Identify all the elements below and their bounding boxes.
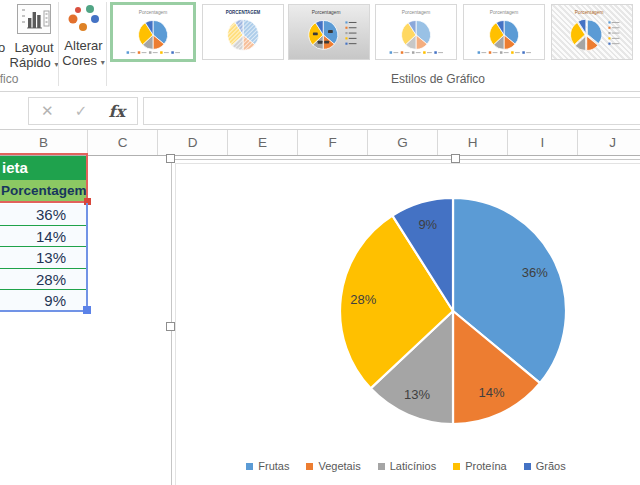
column-header-row: BCDEFGHIJ (0, 130, 640, 156)
chart-style-5[interactable]: Porcentagem (463, 4, 545, 60)
thumb-title: Porcentagem (490, 10, 519, 15)
formula-bar: ✕ ✓ fx (0, 92, 640, 130)
column-header-J[interactable]: J (578, 130, 640, 155)
data-label: 28% (350, 292, 376, 307)
legend-item-grãos[interactable]: Grãos (524, 460, 566, 472)
legend-swatch-icon (246, 463, 253, 470)
change-colors-button[interactable]: Alterar Cores ▾ (61, 2, 106, 70)
column-header-F[interactable]: F (298, 130, 368, 155)
chart-group-label-cut: áfico (0, 72, 18, 86)
legend-label: Proteína (465, 460, 507, 472)
change-colors-icon (61, 3, 106, 36)
value-range-fill-handle[interactable] (83, 306, 91, 314)
chart-style-6[interactable]: Porcentagem (551, 4, 633, 60)
quick-layout-label-1: Layout (8, 40, 60, 55)
formula-bar-buttons: ✕ ✓ fx (28, 97, 138, 125)
quick-layout-icon (8, 3, 60, 38)
ribbon-separator (106, 2, 107, 86)
sheet-area: ieta Porcentagem 36%14%13%28%9% 36%14%13… (0, 156, 640, 485)
insert-function-icon[interactable]: fx (109, 102, 125, 121)
ribbon: o Layout Rápido (0, 0, 640, 92)
enter-icon[interactable]: ✓ (75, 102, 88, 120)
formula-input[interactable] (143, 97, 640, 125)
legend-item-laticínios[interactable]: Laticínios (378, 460, 436, 472)
data-label: 14% (478, 385, 504, 400)
category-range-selection-border (0, 153, 88, 203)
data-label: 9% (418, 217, 437, 232)
chart-resize-handle-top-middle[interactable] (451, 154, 460, 163)
column-header-B[interactable]: B (0, 130, 88, 155)
chart-legend: FrutasVegetaisLaticíniosProteínaGrãos (171, 460, 640, 472)
legend-swatch-icon (453, 463, 460, 470)
legend-label: Grãos (536, 460, 566, 472)
legend-item-frutas[interactable]: Frutas (246, 460, 289, 472)
chart-style-3[interactable]: Porcentagem (288, 4, 370, 60)
thumb-title: Porcentagem (575, 10, 604, 15)
ribbon-separator (58, 2, 59, 86)
chart-style-2[interactable]: PORCENTAGEM (202, 4, 284, 60)
chart-resize-handle-top-left[interactable] (166, 154, 175, 163)
quick-layout-button[interactable]: Layout Rápido ▾ (8, 2, 60, 72)
change-colors-label-2: Cores ▾ (61, 53, 106, 70)
legend-item-vegetais[interactable]: Vegetais (306, 460, 360, 472)
chart-style-1[interactable]: Porcentagem (110, 2, 196, 62)
thumb-title: Porcentagem (402, 10, 431, 15)
legend-label: Vegetais (318, 460, 360, 472)
chart-style-4[interactable]: Porcentagem (375, 4, 457, 60)
excel-window: o Layout Rápido (0, 0, 640, 485)
column-header-C[interactable]: C (88, 130, 158, 155)
pie-chart[interactable]: 36%14%13%28%9% (336, 194, 570, 428)
data-label: 36% (522, 265, 548, 280)
legend-item-proteína[interactable]: Proteína (453, 460, 507, 472)
value-range-selection-border (0, 203, 88, 312)
add-chart-element-button-cut[interactable]: o (0, 40, 5, 55)
thumb-title: PORCENTAGEM (226, 10, 261, 15)
column-header-D[interactable]: D (158, 130, 228, 155)
column-header-E[interactable]: E (228, 130, 298, 155)
column-header-H[interactable]: H (438, 130, 508, 155)
thumb-title: Porcentagem (139, 10, 168, 15)
legend-label: Laticínios (390, 460, 436, 472)
quick-layout-label-2: Rápido ▾ (8, 55, 60, 72)
thumb-title: Porcentagem (312, 10, 341, 15)
chart-resize-handle-middle-left[interactable] (166, 322, 175, 331)
data-label: 13% (404, 387, 430, 402)
legend-label: Frutas (258, 460, 289, 472)
chart-styles-group-label: Estilos de Gráfico (391, 72, 485, 86)
legend-swatch-icon (306, 463, 313, 470)
cancel-icon[interactable]: ✕ (41, 102, 54, 120)
column-header-I[interactable]: I (508, 130, 578, 155)
legend-swatch-icon (378, 463, 385, 470)
change-colors-label-1: Alterar (61, 38, 106, 53)
dropdown-arrow-icon: ▾ (101, 58, 105, 67)
column-header-G[interactable]: G (368, 130, 438, 155)
legend-swatch-icon (524, 463, 531, 470)
